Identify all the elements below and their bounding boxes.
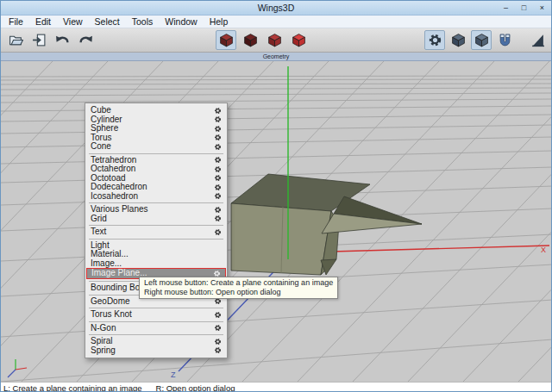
magnet-button[interactable] xyxy=(494,30,515,50)
gear-icon[interactable] xyxy=(214,192,222,200)
menu-item-sphere[interactable]: Sphere xyxy=(85,124,227,134)
gear-icon xyxy=(428,33,442,47)
menu-item-label: Dodecahedron xyxy=(91,183,147,192)
menu-item-label: Spiral xyxy=(91,337,113,346)
menu-item-label: Text xyxy=(91,227,106,237)
menu-item-n-gon[interactable]: N-Gon xyxy=(85,324,227,333)
smooth-cube-icon xyxy=(474,33,489,47)
menu-item-label: Spring xyxy=(91,346,116,356)
menubar: File Edit View Select Tools Window Help xyxy=(1,16,551,28)
body-mode-button[interactable] xyxy=(288,30,309,50)
toolbar-view-group xyxy=(424,30,548,50)
menu-tools[interactable]: Tools xyxy=(126,16,160,28)
geometry-tab-label: Geometry xyxy=(263,53,290,60)
face-mode-cube-icon xyxy=(267,33,282,47)
window-title: Wings3D xyxy=(1,3,551,13)
gear-icon[interactable] xyxy=(214,215,222,222)
titlebar[interactable]: Wings3D – □ × xyxy=(1,1,551,16)
options-button[interactable] xyxy=(424,30,445,50)
menu-item-cone[interactable]: Cone xyxy=(85,142,227,152)
menu-item-label: GeoDome xyxy=(91,297,130,307)
caption-buttons: – □ × xyxy=(497,2,551,15)
menu-item-label: Various Planes xyxy=(91,205,148,215)
viewport-canvas[interactable]: X Z xyxy=(1,61,552,382)
gear-icon[interactable] xyxy=(214,174,222,182)
view-toggle-button[interactable] xyxy=(527,30,548,50)
gear-icon[interactable] xyxy=(214,311,222,319)
maximize-button[interactable]: □ xyxy=(515,2,533,15)
selection-mode-group xyxy=(216,30,309,50)
menu-item-label: Icosahedron xyxy=(91,192,138,202)
menu-separator xyxy=(89,308,223,308)
statusbar: L: Create a plane containing an image R:… xyxy=(1,382,551,392)
menu-help[interactable]: Help xyxy=(204,16,235,28)
menu-item-dodecahedron[interactable]: Dodecahedron xyxy=(85,183,227,192)
smooth-view-button[interactable] xyxy=(471,30,492,50)
menu-item-spring[interactable]: Spring xyxy=(85,346,227,356)
vertex-mode-button[interactable] xyxy=(216,30,236,50)
shaded-cube-icon xyxy=(451,33,466,47)
gear-icon[interactable] xyxy=(214,134,222,141)
gear-icon[interactable] xyxy=(214,143,222,151)
menu-item-label: Material... xyxy=(91,250,129,259)
menu-separator xyxy=(89,334,223,335)
gear-icon[interactable] xyxy=(214,107,222,115)
menu-item-text[interactable]: Text xyxy=(85,227,227,237)
edge-mode-button[interactable] xyxy=(240,30,260,50)
menu-separator xyxy=(89,321,223,322)
menu-separator xyxy=(89,153,223,154)
menu-item-cube[interactable]: Cube xyxy=(85,106,227,115)
open-file-button[interactable] xyxy=(5,30,26,50)
menu-edit[interactable]: Edit xyxy=(29,16,57,28)
menu-item-label: Octahedron xyxy=(91,165,135,174)
menu-item-octahedron[interactable]: Octahedron xyxy=(85,165,227,174)
menu-item-label: Image... xyxy=(91,259,122,269)
gear-icon[interactable] xyxy=(214,165,222,173)
gear-icon[interactable] xyxy=(214,228,222,236)
menu-item-material[interactable]: Material... xyxy=(85,250,227,259)
redo-button[interactable] xyxy=(75,30,96,50)
menu-view[interactable]: View xyxy=(57,16,89,28)
shaded-view-button[interactable] xyxy=(448,30,468,50)
status-left-text: L: Create a plane containing an image xyxy=(3,383,142,392)
primitives-context-menu: Cube Cylinder Sphere Torus Cone Tetrahed… xyxy=(85,103,228,358)
gear-icon[interactable] xyxy=(214,324,222,332)
menu-item-label: Torus Knot xyxy=(91,310,132,320)
tooltip: Left mouse button: Create a plane contai… xyxy=(139,277,338,299)
menu-item-icosahedron[interactable]: Icosahedron xyxy=(85,192,227,202)
geometry-tab-bar[interactable]: Geometry xyxy=(1,53,551,61)
gear-icon[interactable] xyxy=(214,338,222,345)
close-button[interactable]: × xyxy=(533,2,551,15)
body-mode-cube-icon xyxy=(292,33,306,47)
tooltip-line2: Right mouse button: Open option dialog xyxy=(144,288,333,297)
menu-item-various-planes[interactable]: Various Planes xyxy=(85,205,227,215)
menu-item-label: Cube xyxy=(91,106,111,115)
menu-separator xyxy=(89,239,223,240)
face-mode-button[interactable] xyxy=(264,30,285,50)
import-icon xyxy=(32,33,47,47)
menu-item-image[interactable]: Image... xyxy=(85,259,227,269)
menu-item-torus-knot[interactable]: Torus Knot xyxy=(85,310,227,320)
undo-button[interactable] xyxy=(52,30,72,50)
gear-icon[interactable] xyxy=(214,346,222,354)
menu-select[interactable]: Select xyxy=(89,16,126,28)
open-folder-icon xyxy=(9,33,23,47)
minimize-button[interactable]: – xyxy=(497,2,515,15)
gear-icon[interactable] xyxy=(214,156,222,164)
menu-item-label: Grid xyxy=(91,215,107,224)
menu-separator xyxy=(89,202,223,203)
menu-item-label: Cone xyxy=(91,142,111,152)
gear-icon[interactable] xyxy=(214,115,222,123)
menu-item-label: Sphere xyxy=(91,124,118,134)
import-file-button[interactable] xyxy=(28,30,49,50)
gear-icon[interactable] xyxy=(214,125,222,133)
app-window: Wings3D – □ × File Edit View Select Tool… xyxy=(0,0,552,392)
menu-file[interactable]: File xyxy=(3,16,29,28)
gear-icon[interactable] xyxy=(214,184,222,191)
gear-icon[interactable] xyxy=(214,206,222,214)
menu-item-spiral[interactable]: Spiral xyxy=(85,337,227,346)
status-right-text: R: Open option dialog xyxy=(156,383,235,392)
menu-item-grid[interactable]: Grid xyxy=(85,215,227,224)
tooltip-line1: Left mouse button: Create a plane contai… xyxy=(144,278,333,288)
menu-window[interactable]: Window xyxy=(159,16,203,28)
